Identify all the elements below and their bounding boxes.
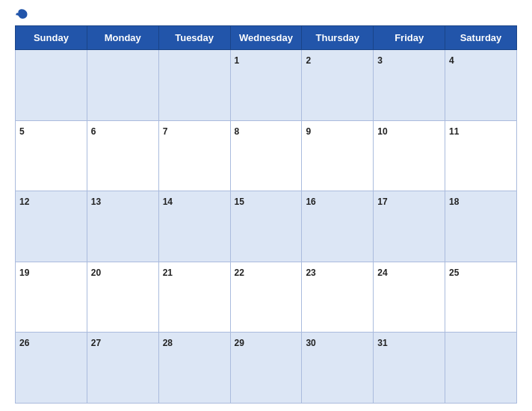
day-number: 26: [19, 338, 29, 348]
calendar-cell: 6: [87, 120, 158, 191]
calendar-cell: 19: [16, 262, 87, 333]
day-number: 13: [91, 197, 101, 207]
calendar-cell: 22: [230, 262, 302, 333]
day-number: 12: [19, 197, 29, 207]
calendar-cell: 13: [87, 191, 158, 262]
calendar-cell: [87, 50, 158, 121]
calendar-table: SundayMondayTuesdayWednesdayThursdayFrid…: [15, 25, 517, 404]
calendar-cell: 11: [445, 120, 517, 191]
day-number: 6: [91, 126, 96, 137]
calendar-cell: 16: [302, 191, 374, 262]
weekday-header: Saturday: [445, 26, 517, 50]
day-number: 20: [91, 268, 101, 278]
calendar-cell: 15: [230, 191, 302, 262]
day-number: 31: [377, 338, 387, 348]
calendar-cell: 12: [16, 191, 87, 262]
calendar-cell: 2: [302, 50, 374, 121]
day-number: 2: [306, 55, 311, 66]
calendar-cell: 23: [302, 262, 374, 333]
day-number: 19: [19, 268, 29, 278]
calendar-week-row: 12131415161718: [16, 191, 517, 262]
calendar-cell: 7: [158, 120, 230, 191]
day-number: 25: [449, 268, 459, 278]
day-number: 8: [235, 126, 240, 137]
calendar-cell: [16, 50, 87, 121]
day-number: 9: [306, 126, 311, 137]
calendar-cell: 17: [374, 191, 445, 262]
day-number: 7: [163, 126, 168, 137]
day-number: 30: [306, 338, 315, 348]
calendar-cell: 20: [87, 262, 158, 333]
calendar-cell: 30: [302, 333, 374, 404]
logo: [15, 7, 30, 21]
calendar-cell: 4: [445, 50, 517, 121]
calendar-cell: 29: [230, 333, 302, 404]
calendar-cell: 25: [445, 262, 517, 333]
calendar-cell: 21: [158, 262, 230, 333]
day-number: 17: [377, 197, 387, 207]
day-number: 22: [235, 268, 244, 278]
calendar-cell: 9: [302, 120, 374, 191]
calendar-body: 1234567891011121314151617181920212223242…: [16, 50, 517, 404]
day-number: 24: [377, 268, 387, 278]
calendar-cell: 26: [16, 333, 87, 404]
day-number: 5: [19, 126, 25, 137]
weekday-header: Monday: [87, 26, 158, 50]
calendar-week-row: 19202122232425: [16, 262, 517, 333]
day-number: 29: [235, 338, 244, 348]
day-number: 3: [377, 55, 383, 66]
weekday-header-row: SundayMondayTuesdayWednesdayThursdayFrid…: [16, 26, 517, 50]
logo-bird-icon: [15, 7, 28, 21]
weekday-header: Thursday: [302, 26, 374, 50]
calendar-cell: 1: [230, 50, 302, 121]
weekday-header: Tuesday: [158, 26, 230, 50]
calendar-cell: 5: [16, 120, 87, 191]
calendar-cell: 28: [158, 333, 230, 404]
calendar-header: [15, 7, 517, 21]
logo-blue-text: [15, 7, 30, 21]
day-number: 23: [306, 268, 315, 278]
calendar-cell: 18: [445, 191, 517, 262]
calendar-cell: 14: [158, 191, 230, 262]
calendar-cell: 10: [374, 120, 445, 191]
calendar-cell: 24: [374, 262, 445, 333]
day-number: 4: [449, 55, 454, 66]
day-number: 10: [377, 126, 387, 137]
day-number: 1: [235, 55, 240, 66]
calendar-cell: [445, 333, 517, 404]
weekday-header: Sunday: [16, 26, 87, 50]
calendar-cell: 31: [374, 333, 445, 404]
day-number: 15: [235, 197, 244, 207]
day-number: 11: [449, 126, 459, 137]
day-number: 14: [163, 197, 173, 207]
weekday-header: Wednesday: [230, 26, 302, 50]
calendar-week-row: 567891011: [16, 120, 517, 191]
calendar-cell: 27: [87, 333, 158, 404]
calendar-week-row: 1234: [16, 50, 517, 121]
calendar-cell: [158, 50, 230, 121]
day-number: 27: [91, 338, 101, 348]
day-number: 28: [163, 338, 173, 348]
calendar-header-row: SundayMondayTuesdayWednesdayThursdayFrid…: [16, 26, 517, 50]
calendar-cell: 3: [374, 50, 445, 121]
weekday-header: Friday: [374, 26, 445, 50]
day-number: 21: [163, 268, 173, 278]
day-number: 18: [449, 197, 459, 207]
day-number: 16: [306, 197, 315, 207]
calendar-cell: 8: [230, 120, 302, 191]
calendar-week-row: 262728293031: [16, 333, 517, 404]
